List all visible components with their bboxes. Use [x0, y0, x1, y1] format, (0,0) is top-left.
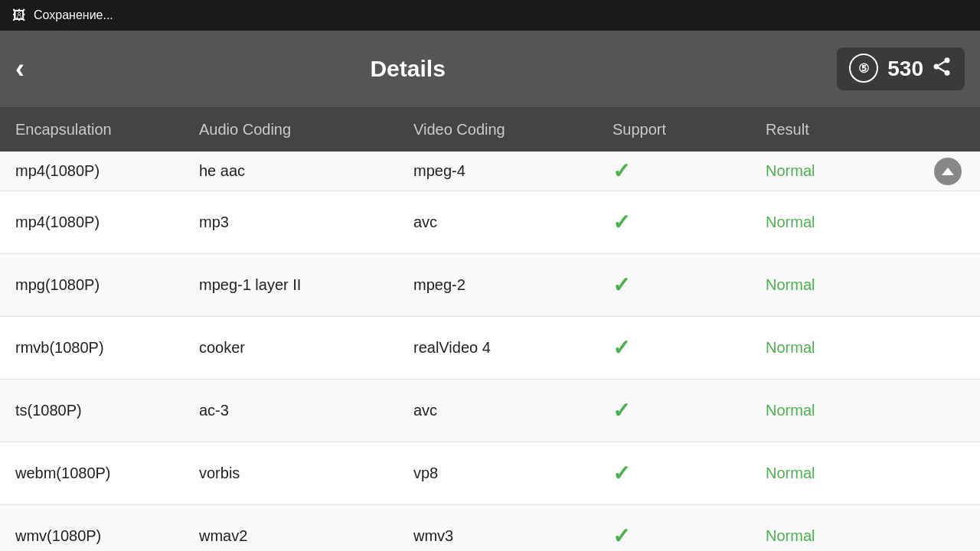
- cell-result: Normal: [758, 527, 926, 545]
- score-panel: ⑤ 530: [837, 47, 965, 90]
- cell-audio: mpeg-1 layer II: [191, 276, 406, 294]
- toolbar: ‹ Details ⑤ 530: [0, 31, 980, 107]
- cell-video: vp8: [406, 465, 605, 482]
- cell-audio: ac-3: [191, 402, 406, 419]
- page-title: Details: [40, 56, 776, 82]
- notification-bar: 🖼 Сохранение...: [0, 0, 980, 31]
- cell-encapsulation: mp4(1080P): [8, 214, 191, 231]
- scroll-up-button[interactable]: [934, 158, 962, 185]
- check-icon: ✓: [612, 461, 630, 485]
- cell-video: mpeg-4: [406, 162, 605, 180]
- check-icon: ✓: [612, 159, 630, 183]
- svg-point-0: [945, 57, 950, 63]
- cell-audio: he aac: [191, 162, 406, 180]
- cell-audio: cooker: [191, 339, 406, 357]
- back-button[interactable]: ‹: [15, 55, 24, 83]
- cell-audio: vorbis: [191, 465, 406, 482]
- check-icon: ✓: [612, 399, 630, 422]
- cell-support: ✓: [605, 398, 758, 423]
- score-value: 530: [887, 57, 923, 81]
- cell-audio: wmav2: [191, 527, 406, 545]
- table-row: mpg(1080P) mpeg-1 layer II mpeg-2 ✓ Norm…: [0, 254, 980, 317]
- check-icon: ✓: [612, 524, 630, 548]
- cell-encapsulation: mpg(1080P): [8, 276, 191, 294]
- notification-icon: 🖼: [12, 8, 26, 24]
- badge-circle: ⑤: [849, 54, 878, 83]
- cell-encapsulation: ts(1080P): [8, 402, 191, 419]
- svg-point-2: [945, 70, 950, 75]
- cell-support: ✓: [605, 335, 758, 360]
- cell-video: wmv3: [406, 527, 605, 545]
- cell-support: ✓: [605, 461, 758, 486]
- cell-video: avc: [406, 402, 605, 419]
- cell-support: ✓: [605, 523, 758, 549]
- cell-result: Normal: [758, 214, 926, 231]
- table-row: mp4(1080P) he aac mpeg-4 ✓ Normal: [0, 152, 980, 191]
- cell-encapsulation: mp4(1080P): [8, 162, 191, 180]
- check-icon: ✓: [612, 210, 630, 234]
- badge-icon: ⑤: [849, 54, 880, 84]
- cell-result: Normal: [758, 339, 926, 357]
- check-icon: ✓: [612, 273, 630, 297]
- table-body: mp4(1080P) he aac mpeg-4 ✓ Normal mp4(10…: [0, 152, 980, 551]
- table-header: Encapsulation Audio Coding Video Coding …: [0, 107, 980, 152]
- notification-text: Сохранение...: [34, 8, 113, 22]
- cell-encapsulation: wmv(1080P): [8, 527, 191, 545]
- cell-video: realVideo 4: [406, 339, 605, 357]
- cell-support: ✓: [605, 158, 758, 184]
- table-row: rmvb(1080P) cooker realVideo 4 ✓ Normal: [0, 317, 980, 380]
- table-row: webm(1080P) vorbis vp8 ✓ Normal: [0, 442, 980, 505]
- cell-support: ✓: [605, 210, 758, 235]
- cell-encapsulation: webm(1080P): [8, 465, 191, 482]
- cell-audio: mp3: [191, 214, 406, 231]
- cell-video: mpeg-2: [406, 276, 605, 294]
- header-audio-coding: Audio Coding: [191, 121, 406, 139]
- cell-result: Normal: [758, 402, 926, 419]
- header-support: Support: [605, 121, 758, 139]
- share-icon[interactable]: [931, 56, 952, 83]
- header-result: Result: [758, 121, 926, 139]
- svg-line-4: [939, 61, 945, 65]
- svg-line-3: [939, 67, 945, 71]
- scroll-up-area[interactable]: [926, 158, 980, 185]
- cell-encapsulation: rmvb(1080P): [8, 339, 191, 357]
- cell-video: avc: [406, 214, 605, 231]
- table-row: wmv(1080P) wmav2 wmv3 ✓ Normal: [0, 505, 980, 551]
- header-encapsulation: Encapsulation: [8, 121, 191, 139]
- cell-result: Normal: [758, 276, 926, 294]
- table-row: ts(1080P) ac-3 avc ✓ Normal: [0, 380, 980, 442]
- table-row: mp4(1080P) mp3 avc ✓ Normal: [0, 191, 980, 254]
- cell-result: Normal: [758, 465, 926, 482]
- cell-support: ✓: [605, 272, 758, 298]
- check-icon: ✓: [612, 336, 630, 360]
- cell-result: Normal: [758, 162, 926, 180]
- header-video-coding: Video Coding: [406, 121, 605, 139]
- svg-point-1: [934, 64, 939, 69]
